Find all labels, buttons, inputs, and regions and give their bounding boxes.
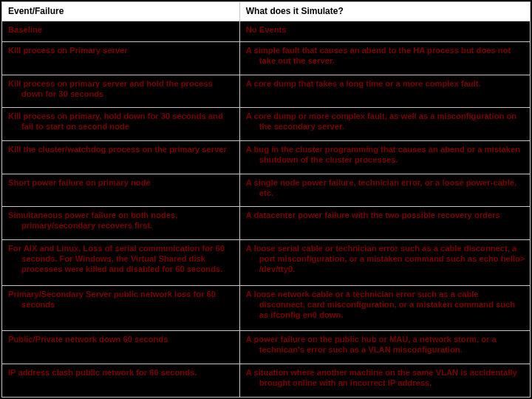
cell-event: Baseline (2, 21, 240, 42)
cell-event: Kill the cluster/watchdog process on the… (2, 140, 240, 174)
table-row: Public/Private network down 60 seconds A… (2, 331, 531, 364)
cell-sim: A power failure on the public hub or MAU… (239, 331, 530, 364)
cell-event: Kill process on primary, hold down for 3… (2, 108, 240, 141)
table-row: Kill process on primary server and hold … (2, 75, 531, 108)
failure-simulation-table: Event/Failure What does it Simulate? Bas… (1, 1, 531, 398)
table-row: Primary/Secondary Server public network … (2, 285, 531, 331)
cell-event: Simultaneous power failure on both nodes… (2, 207, 240, 240)
cell-event: Primary/Secondary Server public network … (2, 285, 240, 331)
table-row: IP address clash public network for 60 s… (2, 364, 531, 398)
cell-sim: A loose network cable or a technician er… (239, 285, 530, 331)
table-row: Short power failure on primary node A si… (2, 174, 531, 207)
table-row: Simultaneous power failure on both nodes… (2, 207, 531, 240)
table-row: For AIX and Linux, Loss of serial commun… (2, 240, 531, 286)
table-row: Kill process on Primary server A simple … (2, 41, 531, 75)
table-row: Kill process on primary, hold down for 3… (2, 108, 531, 141)
cell-event: Kill process on Primary server (2, 41, 240, 75)
cell-sim: A simple fault that causes an abend to t… (239, 41, 530, 75)
cell-event: IP address clash public network for 60 s… (2, 364, 240, 398)
cell-sim: No Events (239, 21, 530, 42)
table-header-row: Event/Failure What does it Simulate? (2, 2, 531, 21)
table-container: Event/Failure What does it Simulate? Bas… (0, 0, 532, 399)
header-event: Event/Failure (2, 2, 240, 21)
cell-sim: A single node power failure, technician … (239, 174, 530, 207)
cell-sim: A datacenter power failure with the two … (239, 207, 530, 240)
cell-sim: A loose serial cable or technician error… (239, 240, 530, 286)
cell-sim: A core dump that takes a long time or a … (239, 75, 530, 108)
cell-sim: A core dump or more complex fault, as we… (239, 108, 530, 141)
cell-event: For AIX and Linux, Loss of serial commun… (2, 240, 240, 286)
cell-event: Public/Private network down 60 seconds (2, 331, 240, 364)
header-simulate: What does it Simulate? (239, 2, 530, 21)
table-row: Baseline No Events (2, 21, 531, 42)
cell-event: Short power failure on primary node (2, 174, 240, 207)
cell-event: Kill process on primary server and hold … (2, 75, 240, 108)
table-row: Kill the cluster/watchdog process on the… (2, 140, 531, 174)
cell-sim: A situation where another machine on the… (239, 364, 530, 398)
cell-sim: A bug in the cluster programming that ca… (239, 140, 530, 174)
